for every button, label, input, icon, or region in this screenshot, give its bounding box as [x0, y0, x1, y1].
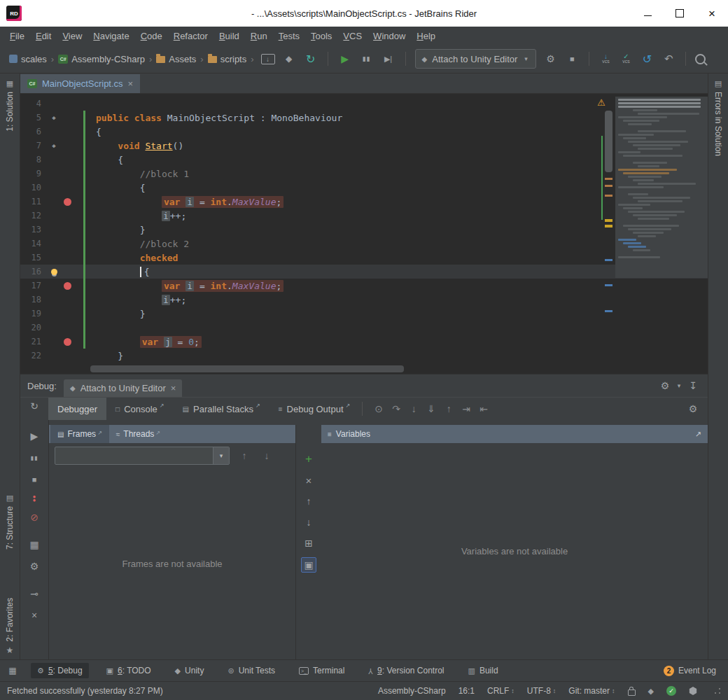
- toolwindow-unity[interactable]: ◆Unity: [169, 663, 211, 678]
- mute-breakpoints-button[interactable]: ⊘: [27, 511, 42, 524]
- unity-gutter-icon[interactable]: ◆: [47, 142, 61, 149]
- warning-stripe-mark[interactable]: [605, 225, 612, 227]
- solution-analysis-icon[interactable]: [689, 687, 697, 695]
- toolwindow-switcher-icon[interactable]: ▦: [6, 666, 20, 676]
- new-watch-button[interactable]: +: [302, 452, 316, 466]
- run-button[interactable]: ▶: [337, 50, 353, 67]
- run-to-cursor-button[interactable]: ⇥: [458, 400, 474, 417]
- run-configuration-dropdown[interactable]: ◆ Attach to Unity Editor ▾: [415, 49, 537, 69]
- breadcrumb-item-assembly-csharp[interactable]: C#Assembly-CSharp: [56, 52, 147, 66]
- menu-file[interactable]: File: [4, 29, 30, 43]
- menu-tools[interactable]: Tools: [305, 29, 337, 43]
- menu-view[interactable]: View: [57, 29, 88, 43]
- info-stripe-mark[interactable]: [605, 310, 612, 312]
- show-watches-in-variables-button[interactable]: ▣: [301, 557, 316, 573]
- unity-icon[interactable]: ◆: [281, 50, 297, 67]
- undo-icon[interactable]: ↶: [661, 50, 676, 67]
- toolwindow-5-debug[interactable]: ⚙5: Debug: [31, 663, 89, 678]
- rollback-icon[interactable]: ↺: [639, 50, 654, 67]
- refresh-icon[interactable]: ↻: [303, 50, 318, 67]
- scrollbar-thumb[interactable]: [605, 111, 612, 172]
- lock-icon[interactable]: [628, 690, 636, 696]
- thread-selector-dropdown[interactable]: ▾: [55, 447, 230, 465]
- remove-watch-button[interactable]: ×: [302, 473, 316, 487]
- toolwindow-terminal[interactable]: >_Terminal: [293, 663, 351, 678]
- unity-gutter-icon[interactable]: ◆: [47, 114, 61, 121]
- pause-button[interactable]: ▮▮: [359, 50, 374, 67]
- minimize-button[interactable]: [631, 0, 664, 27]
- encoding-widget[interactable]: UTF-8↕: [527, 686, 556, 696]
- breakpoint-icon[interactable]: [61, 282, 74, 290]
- show-execution-point-button[interactable]: ⊙: [371, 400, 386, 417]
- debug-tab-console[interactable]: □Console↗: [106, 398, 173, 420]
- rerun-button[interactable]: ↻: [20, 398, 48, 414]
- toolwindow-button-solution[interactable]: ▦ 1: Solution: [0, 79, 20, 132]
- unity-status-icon[interactable]: ◆: [648, 687, 654, 696]
- step-over-button[interactable]: ↷: [388, 400, 404, 417]
- stop-button[interactable]: ■: [564, 50, 580, 67]
- step-out-button[interactable]: ↑: [441, 400, 456, 417]
- toolwindow-event-log[interactable]: 2 Event Log: [657, 663, 722, 679]
- dropdown-button[interactable]: ▾: [213, 447, 229, 464]
- search-icon[interactable]: [695, 54, 706, 64]
- move-watch-down-button[interactable]: ↓: [302, 515, 316, 529]
- breakpoint-icon[interactable]: [61, 198, 74, 206]
- info-stripe-mark[interactable]: [605, 284, 612, 286]
- variables-header[interactable]: ≡ Variables ↗: [321, 425, 708, 443]
- warning-stripe-mark[interactable]: [605, 219, 612, 222]
- debug-tab-parallel-stacks[interactable]: ▤Parallel Stacks↗: [174, 398, 270, 420]
- duplicate-watch-button[interactable]: ⊞: [302, 536, 316, 550]
- git-branch-widget[interactable]: Git: master↕: [568, 686, 615, 696]
- menu-run[interactable]: Run: [245, 29, 273, 43]
- stop-button[interactable]: ■: [27, 473, 42, 486]
- inspections-ok-icon[interactable]: ✓: [666, 686, 676, 696]
- close-session-icon[interactable]: ×: [171, 383, 176, 393]
- caret-position-widget[interactable]: 16:1: [458, 686, 475, 696]
- breadcrumb-item-scripts[interactable]: scripts: [206, 52, 249, 66]
- menu-vcs[interactable]: VCS: [337, 29, 368, 43]
- resize-grip[interactable]: [714, 687, 721, 694]
- status-message[interactable]: Fetched successfully (yesterday 8:27 PM): [7, 686, 163, 696]
- commit-icon[interactable]: ✓vcs: [619, 54, 633, 64]
- menu-edit[interactable]: Edit: [30, 29, 57, 43]
- menu-tests[interactable]: Tests: [273, 29, 305, 43]
- close-toolwindow-button[interactable]: ×: [27, 609, 42, 622]
- toolwindow-build[interactable]: ▥Build: [462, 663, 505, 678]
- toolwindow-button-favorites[interactable]: 2: Favorites ★: [0, 598, 20, 655]
- build-icon[interactable]: ↓: [261, 54, 275, 64]
- popout-icon[interactable]: ↗: [695, 430, 701, 439]
- tab-frames[interactable]: ▤Frames↗: [50, 425, 109, 443]
- debugger-settings-button[interactable]: ⚙: [27, 560, 42, 573]
- force-step-into-button[interactable]: ⇓: [424, 400, 439, 417]
- close-tab-icon[interactable]: ×: [128, 78, 134, 89]
- menu-build[interactable]: Build: [214, 29, 245, 43]
- drop-frame-button[interactable]: ⇤: [476, 400, 491, 417]
- intention-bulb-icon[interactable]: [47, 269, 61, 275]
- editor-vertical-scrollbar[interactable]: [604, 111, 614, 363]
- toolwindow-9-version-control[interactable]: Y9: Version Control: [362, 663, 450, 678]
- dock-icon[interactable]: ↧: [685, 377, 701, 394]
- line-separator-widget[interactable]: CRLF↕: [487, 686, 514, 696]
- toolwindow-button-structure[interactable]: ▤ 7: Structure: [0, 493, 20, 550]
- code-editor[interactable]: 45◆public class MainObjectScript : MonoB…: [20, 94, 708, 374]
- update-project-icon[interactable]: ↓vcs: [598, 54, 612, 64]
- toolwindow-6-todo[interactable]: ▣6: TODO: [100, 663, 158, 678]
- scrollbar-thumb[interactable]: [90, 365, 404, 372]
- menu-code[interactable]: Code: [135, 29, 168, 43]
- close-button[interactable]: ×: [696, 0, 728, 27]
- resume-button[interactable]: ▶: [27, 430, 42, 442]
- step-button[interactable]: ▶|: [381, 50, 396, 67]
- next-frame-button[interactable]: ↓: [259, 448, 274, 463]
- breakpoint-icon[interactable]: [61, 338, 74, 346]
- rider-logo-icon[interactable]: RD: [6, 6, 22, 21]
- breadcrumb-item-scales[interactable]: scales: [7, 52, 49, 66]
- debug-button[interactable]: ⚙: [542, 50, 558, 67]
- debug-tab-debugger[interactable]: Debugger: [48, 398, 106, 420]
- menu-navigate[interactable]: Navigate: [88, 29, 134, 43]
- view-breakpoints-button[interactable]: ●●: [33, 495, 36, 502]
- editor-horizontal-scrollbar[interactable]: [90, 365, 596, 372]
- warning-stripe-mark[interactable]: [605, 178, 612, 180]
- step-into-button[interactable]: ↓: [406, 400, 421, 417]
- settings-icon[interactable]: ⚙: [657, 377, 673, 394]
- toolwindow-unit-tests[interactable]: ⊚Unit Tests: [221, 663, 281, 678]
